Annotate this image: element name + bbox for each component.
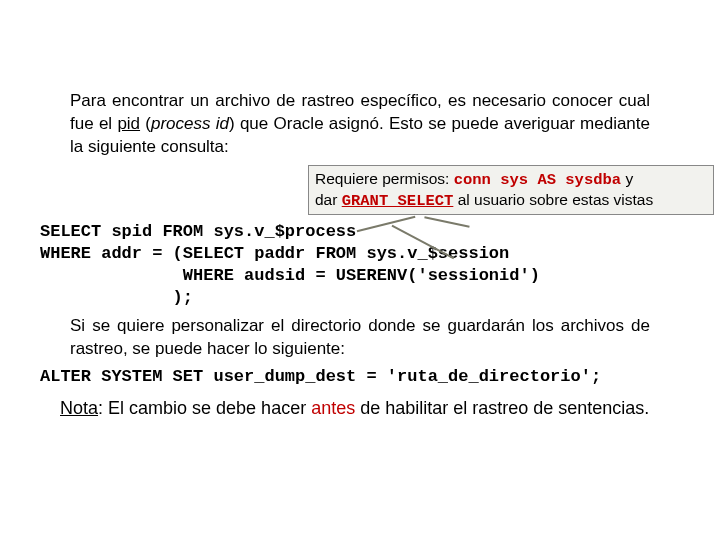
note-paragraph: Nota: El cambio se debe hacer antes de h… — [60, 396, 660, 420]
perm-pre1: Requiere permisos: — [315, 170, 454, 187]
note-text-2: de habilitar el rastreo de sentencias. — [355, 398, 649, 418]
note-text-1: : El cambio se debe hacer — [98, 398, 311, 418]
sql1-line1: SELECT spid FROM sys.v_$process — [40, 222, 356, 241]
perm-grant: GRANT SELECT — [342, 192, 454, 210]
perm-y: y — [621, 170, 633, 187]
intro-pid: pid — [117, 114, 140, 133]
mid-paragraph: Si se quiere personalizar el directorio … — [70, 315, 650, 361]
sql-alter-block: ALTER SYSTEM SET user_dump_dest = 'ruta_… — [40, 367, 680, 386]
sql-select-block: SELECT spid FROM sys.v_$process WHERE ad… — [40, 221, 680, 309]
note-label: Nota — [60, 398, 98, 418]
perm-dar: dar — [315, 191, 342, 208]
intro-paragraph: Para encontrar un archivo de rastreo esp… — [70, 90, 650, 159]
perm-conn: conn sys AS sysdba — [454, 171, 621, 189]
perm-post: al usuario sobre estas vistas — [453, 191, 653, 208]
permissions-callout: Requiere permisos: conn sys AS sysdba y … — [308, 165, 714, 215]
intro-process-id: process id — [151, 114, 229, 133]
sql1-line4: ); — [40, 288, 193, 307]
note-antes: antes — [311, 398, 355, 418]
sql1-line2: WHERE addr = (SELECT paddr FROM sys.v_$s… — [40, 244, 509, 263]
intro-text-2: ( — [140, 114, 151, 133]
sql1-line3: WHERE audsid = USERENV('sessionid') — [40, 266, 540, 285]
